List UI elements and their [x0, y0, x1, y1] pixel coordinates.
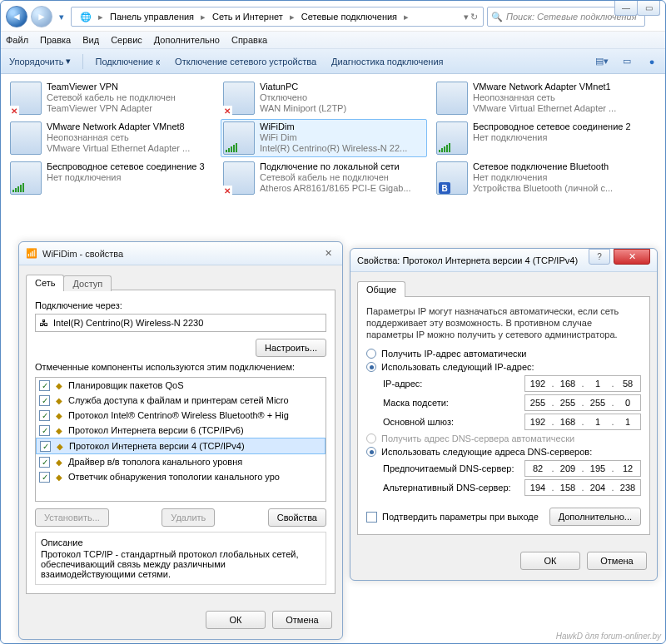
back-button[interactable]: ◄	[6, 6, 27, 27]
dialog-titlebar[interactable]: 📶 WiFiDim - свойства ✕	[19, 242, 342, 265]
forward-button[interactable]: ►	[31, 6, 52, 27]
organize-button[interactable]: Упорядочить ▾	[6, 54, 74, 68]
ok-button[interactable]: ОК	[520, 552, 580, 570]
component-item[interactable]: ✓ ◆ Протокол Интернета версии 6 (TCP/IPv…	[36, 423, 326, 438]
dialog-titlebar[interactable]: Свойства: Протокол Интернета версии 4 (T…	[350, 249, 657, 272]
checkbox[interactable]: ✓	[39, 472, 50, 483]
menu-view[interactable]: Вид	[82, 35, 99, 45]
radio-use-dns[interactable]: Использовать следующие адреса DNS-сервер…	[366, 447, 641, 457]
help-button[interactable]: ?	[589, 249, 610, 265]
refresh-icon[interactable]: ↻	[470, 12, 478, 22]
disable-device-button[interactable]: Отключение сетевого устройства	[171, 55, 320, 68]
tab-network[interactable]: Сеть	[26, 275, 64, 290]
ip-octet[interactable]: 1	[585, 414, 610, 429]
ip-octet[interactable]: 1	[615, 414, 640, 429]
preview-pane-button[interactable]: ▭	[619, 53, 635, 70]
checkbox[interactable]: ✓	[39, 457, 50, 468]
properties-button[interactable]: Свойства	[268, 508, 326, 527]
ip-octet[interactable]: 0	[615, 395, 640, 410]
checkbox[interactable]: ✓	[39, 425, 50, 436]
menu-extra[interactable]: Дополнительно	[154, 35, 220, 45]
connection-item[interactable]: ✕ TeamViewer VPN Сетевой кабель не подкл…	[7, 79, 214, 117]
breadcrumb-dropdown[interactable]: ▾	[464, 12, 469, 22]
dns1-input[interactable]: 82.209.195.12	[524, 460, 641, 477]
component-icon: ◆	[53, 379, 65, 391]
ip-octet[interactable]: 255	[585, 395, 610, 410]
connection-item[interactable]: Беспроводное сетевое соединение 2 Нет по…	[434, 119, 640, 157]
ip-octet[interactable]: 195	[585, 461, 610, 476]
cancel-button[interactable]: Отмена	[272, 611, 332, 629]
adapter-textbox[interactable]: 🖧 Intel(R) Centrino(R) Wireless-N 2230	[35, 314, 326, 332]
ip-octet[interactable]: 192	[525, 376, 550, 391]
configure-button[interactable]: Настроить...	[256, 339, 326, 357]
ip-octet[interactable]: 255	[525, 395, 550, 410]
connection-item[interactable]: VMware Network Adapter VMnet8 Неопознанн…	[7, 119, 214, 157]
breadcrumb-seg-1[interactable]: Сеть и Интернет	[207, 10, 288, 23]
ip-octet[interactable]: 194	[525, 480, 550, 495]
ip-octet[interactable]: 168	[555, 414, 580, 429]
connection-device: Atheros AR8161/8165 PCI-E Gigab...	[260, 183, 411, 194]
ip-octet[interactable]: 192	[525, 414, 550, 429]
install-button[interactable]: Установить...	[35, 508, 109, 527]
gateway-input[interactable]: 192.168.1.1	[524, 414, 641, 430]
menu-help[interactable]: Справка	[231, 35, 267, 45]
radio-use-ip[interactable]: Использовать следующий IP-адрес:	[366, 362, 641, 372]
breadcrumb-seg-2[interactable]: Сетевые подключения	[296, 10, 402, 23]
component-item[interactable]: ✓ ◆ Протокол Intel® Centrino® Wireless B…	[36, 408, 326, 423]
view-options-button[interactable]: ▤▾	[594, 53, 610, 70]
remove-button[interactable]: Удалить	[162, 508, 215, 527]
ip-octet[interactable]: 158	[555, 480, 580, 495]
nav-history-dropdown[interactable]: ▾	[56, 8, 67, 25]
connection-item[interactable]: Беспроводное сетевое соединение 3 Нет по…	[7, 159, 214, 197]
tab-access[interactable]: Доступ	[63, 275, 112, 291]
component-item[interactable]: ✓ ◆ Драйвер в/в тополога канального уров…	[36, 454, 326, 469]
connection-item[interactable]: VMware Network Adapter VMnet1 Неопознанн…	[434, 79, 640, 117]
close-icon[interactable]: ✕	[321, 247, 335, 260]
tab-general[interactable]: Общие	[357, 281, 405, 297]
checkbox[interactable]: ✓	[39, 410, 50, 421]
confirm-on-exit-checkbox[interactable]: Подтвердить параметры при выходе	[366, 512, 539, 523]
ip-octet[interactable]: 58	[615, 376, 640, 391]
component-item[interactable]: ✓ ◆ Ответчик обнаружения топологии канал…	[36, 469, 326, 484]
connection-item[interactable]: ✕ ViatunPC Отключено WAN Miniport (L2TP)	[221, 79, 427, 117]
ip-octet[interactable]: 12	[615, 461, 640, 476]
dns2-input[interactable]: 194.158.204.238	[524, 479, 641, 496]
subnet-mask-input[interactable]: 255.255.255.0	[524, 394, 641, 411]
breadcrumb-root-icon[interactable]: 🌐	[75, 10, 97, 24]
checkbox[interactable]: ✓	[39, 395, 50, 406]
ip-octet[interactable]: 209	[555, 461, 580, 476]
cancel-button[interactable]: Отмена	[587, 552, 647, 570]
ok-button[interactable]: ОК	[206, 611, 266, 629]
ip-octet[interactable]: 255	[555, 395, 580, 410]
connection-item[interactable]: B Сетевое подключение Bluetooth Нет подк…	[434, 159, 640, 197]
radio-auto-ip[interactable]: Получить IP-адрес автоматически	[366, 349, 641, 359]
breadcrumb[interactable]: 🌐 ▸ Панель управления ▸ Сеть и Интернет …	[71, 7, 484, 27]
maximize-button[interactable]: ▭	[637, 1, 660, 16]
checkbox[interactable]: ✓	[40, 441, 51, 452]
connection-name: ViatunPC	[260, 82, 346, 92]
ip-address-input[interactable]: 192.168.1.58	[524, 375, 641, 392]
component-item[interactable]: ✓ ◆ Протокол Интернета версии 4 (TCP/IPv…	[36, 438, 326, 454]
menu-edit[interactable]: Правка	[40, 35, 71, 45]
connection-name: Сетевое подключение Bluetooth	[473, 161, 613, 172]
component-item[interactable]: ✓ ◆ Планировщик пакетов QoS	[36, 378, 326, 393]
menu-file[interactable]: Файл	[6, 35, 28, 45]
ip-octet[interactable]: 204	[585, 480, 610, 495]
help-button[interactable]: ●	[644, 53, 660, 70]
components-list[interactable]: ✓ ◆ Планировщик пакетов QoS✓ ◆ Служба до…	[35, 377, 326, 502]
connection-item[interactable]: WiFiDim WiFi Dim Intel(R) Centrino(R) Wi…	[221, 119, 427, 157]
connect-to-button[interactable]: Подключение к	[92, 55, 163, 68]
menu-tools[interactable]: Сервис	[111, 35, 142, 45]
breadcrumb-seg-0[interactable]: Панель управления	[105, 10, 199, 23]
checkbox[interactable]: ✓	[39, 380, 50, 391]
ip-octet[interactable]: 168	[555, 376, 580, 391]
minimize-button[interactable]: —	[614, 1, 638, 16]
component-item[interactable]: ✓ ◆ Служба доступа к файлам и принтерам …	[36, 393, 326, 408]
connection-item[interactable]: ✕ Подключение по локальной сети Сетевой …	[221, 159, 427, 197]
ip-octet[interactable]: 1	[585, 376, 610, 391]
ip-octet[interactable]: 82	[525, 461, 550, 476]
close-button[interactable]: ✕	[614, 249, 650, 265]
advanced-button[interactable]: Дополнительно...	[549, 508, 641, 526]
diagnose-button[interactable]: Диагностика подключения	[328, 55, 446, 68]
ip-octet[interactable]: 238	[615, 480, 640, 495]
